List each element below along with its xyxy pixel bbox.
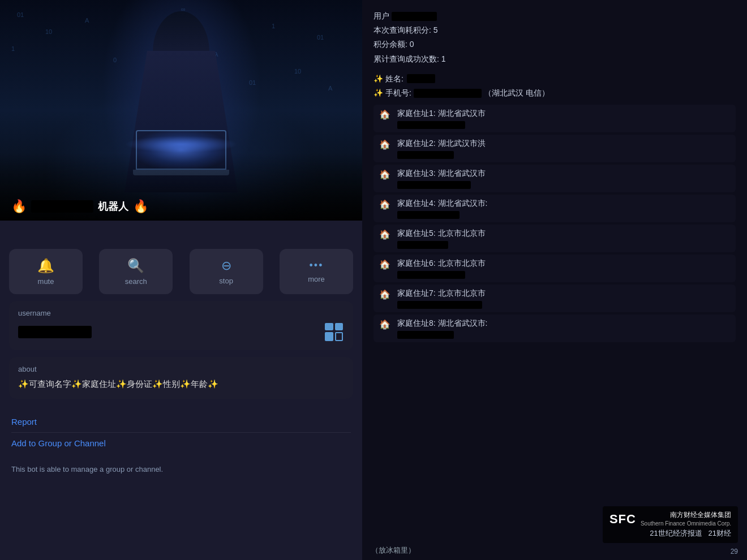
more-button[interactable]: ••• more <box>280 249 353 294</box>
action-buttons-row: 🔔 mute 🔍 search ⊖ stop ••• more <box>0 249 362 294</box>
watermark-bottom: 21世纪经济报道 21财经 <box>609 528 731 539</box>
watermark-sfc: SFC 南方财经全媒体集团 Southern Finance Omnimedia… <box>609 511 731 527</box>
addr-redacted-8 <box>397 331 454 339</box>
more-icon: ••• <box>310 260 324 272</box>
query-info: 用户 本次查询耗积分: 5 积分余额: 0 累计查询成功次数: 1 <box>374 9 736 66</box>
about-text: ✨可查询名字✨家庭住址✨身份证✨性别✨年龄✨ <box>18 378 344 391</box>
addr-content-1: 家庭住址1: 湖北省武汉市 <box>397 108 730 129</box>
search-icon: 🔍 <box>127 258 144 274</box>
score-remain-line: 积分余额: 0 <box>374 37 736 51</box>
addr-text-7: 家庭住址7: 北京市北京市 <box>397 288 486 298</box>
right-panel: 用户 本次查询耗积分: 5 积分余额: 0 累计查询成功次数: 1 ✨ 姓名: … <box>362 0 747 560</box>
addr-content-7: 家庭住址7: 北京市北京市 <box>397 288 730 309</box>
addr-redacted-4 <box>397 211 460 219</box>
addr-redacted-1 <box>397 121 465 129</box>
report-link[interactable]: Report <box>11 411 351 433</box>
brand-name: 21财经 <box>709 529 731 537</box>
user-redacted <box>392 12 437 21</box>
fire-icon-right: 🔥 <box>133 199 148 214</box>
addr-content-3: 家庭住址3: 湖北省武汉市 <box>397 168 730 189</box>
about-section: about ✨可查询名字✨家庭住址✨身份证✨性别✨年龄✨ <box>9 357 353 399</box>
bot-title-area: 🔥 机器人 🔥 <box>11 199 148 214</box>
address-row-8: 🏠 家庭住址8: 湖北省武汉市: <box>374 315 736 342</box>
page-number: 29 <box>731 548 738 555</box>
search-button[interactable]: 🔍 search <box>99 249 173 294</box>
qr-cell-4 <box>335 332 344 342</box>
addr-content-4: 家庭住址4: 湖北省武汉市: <box>397 198 730 219</box>
newspaper-name: 21世纪经济报道 <box>650 529 702 537</box>
glow-effect <box>124 136 238 153</box>
left-panel: 01 10 A 1 0 01 10 1 A ∞ λ 01 🔥 <box>0 0 362 560</box>
house-icon-1: 🏠 <box>379 109 390 120</box>
sfc-en-name: Southern Finance Omnimedia Corp. <box>641 520 731 527</box>
phone-label: ✨ 手机号: <box>374 86 411 100</box>
house-icon-2: 🏠 <box>379 139 390 150</box>
house-icon-3: 🏠 <box>379 169 390 180</box>
query-user-line: 用户 <box>374 9 736 23</box>
qr-cell-3 <box>325 332 333 342</box>
addr-redacted-2 <box>397 151 454 159</box>
addr-content-6: 家庭住址6: 北京市北京市 <box>397 258 730 279</box>
addr-text-5: 家庭住址5: 北京市北京市 <box>397 229 486 238</box>
qr-cell-2 <box>335 323 344 330</box>
address-row-7: 🏠 家庭住址7: 北京市北京市 <box>374 285 736 312</box>
addr-content-5: 家庭住址5: 北京市北京市 <box>397 228 730 249</box>
addr-redacted-6 <box>397 271 465 279</box>
username-label: username <box>18 309 344 317</box>
username-value-redacted <box>18 326 92 338</box>
about-label: about <box>18 365 344 373</box>
phone-redacted <box>414 89 482 98</box>
query-count-line: 累计查询成功次数: 1 <box>374 52 736 66</box>
mute-label: mute <box>38 277 54 286</box>
bot-hero: 01 10 A 1 0 01 10 1 A ∞ λ 01 🔥 <box>0 0 362 221</box>
house-icon-4: 🏠 <box>379 199 390 210</box>
addr-text-2: 家庭住址2: 湖北武汉市洪 <box>397 139 486 148</box>
sfc-cn-name: 南方财经全媒体集团 <box>641 511 731 520</box>
qr-code-icon[interactable] <box>324 322 344 342</box>
addr-content-8: 家庭住址8: 湖北省武汉市: <box>397 318 730 339</box>
link-section: Report Add to Group or Channel <box>0 406 362 459</box>
addr-redacted-3 <box>397 181 471 189</box>
name-redacted <box>407 74 435 83</box>
add-group-link[interactable]: Add to Group or Channel <box>11 433 351 454</box>
address-row-4: 🏠 家庭住址4: 湖北省武汉市: <box>374 195 736 222</box>
bottom-note: （放冰箱里） <box>371 545 415 555</box>
phone-line: ✨ 手机号: （湖北武汉 电信） <box>374 86 736 100</box>
house-icon-8: 🏠 <box>379 319 390 330</box>
addr-redacted-7 <box>397 301 482 309</box>
addr-redacted-5 <box>397 241 448 249</box>
qr-cell-1 <box>325 323 333 330</box>
stop-icon: ⊖ <box>221 259 231 273</box>
sfc-logo: SFC <box>609 512 636 527</box>
watermark-area: SFC 南方财经全媒体集团 Southern Finance Omnimedia… <box>603 506 738 543</box>
addr-content-2: 家庭住址2: 湖北武汉市洪 <box>397 138 730 159</box>
search-label: search <box>125 277 147 286</box>
house-icon-7: 🏠 <box>379 289 390 300</box>
bot-name-suffix: 机器人 <box>98 200 128 213</box>
stop-label: stop <box>219 277 233 285</box>
bot-note: This bot is able to manage a group or ch… <box>0 459 362 479</box>
address-row-2: 🏠 家庭住址2: 湖北武汉市洪 <box>374 135 736 162</box>
address-row-5: 🏠 家庭住址5: 北京市北京市 <box>374 225 736 252</box>
addr-text-8: 家庭住址8: 湖北省武汉市: <box>397 318 487 328</box>
addr-text-3: 家庭住址3: 湖北省武汉市 <box>397 169 486 178</box>
house-icon-5: 🏠 <box>379 229 390 240</box>
address-row-3: 🏠 家庭住址3: 湖北省武汉市 <box>374 165 736 192</box>
fire-icon-left: 🔥 <box>11 199 27 214</box>
mute-button[interactable]: 🔔 mute <box>9 249 83 294</box>
username-section: username <box>9 301 353 350</box>
results-list: 🏠 家庭住址1: 湖北省武汉市 🏠 家庭住址2: 湖北武汉市洪 🏠 家庭住址3:… <box>374 105 736 342</box>
name-label: ✨ 姓名: <box>374 72 403 86</box>
query-label: 用户 <box>374 11 389 20</box>
stop-button[interactable]: ⊖ stop <box>190 249 263 294</box>
mute-icon: 🔔 <box>37 258 54 274</box>
address-row-6: 🏠 家庭住址6: 北京市北京市 <box>374 255 736 282</box>
address-row-1: 🏠 家庭住址1: 湖北省武汉市 <box>374 105 736 132</box>
phone-suffix: （湖北武汉 电信） <box>484 86 549 100</box>
addr-text-1: 家庭住址1: 湖北省武汉市 <box>397 109 486 118</box>
house-icon-6: 🏠 <box>379 259 390 270</box>
score-cost-line: 本次查询耗积分: 5 <box>374 23 736 37</box>
sfc-company-name: 南方财经全媒体集团 Southern Finance Omnimedia Cor… <box>641 511 731 527</box>
more-label: more <box>308 275 325 283</box>
addr-text-6: 家庭住址6: 北京市北京市 <box>397 259 486 268</box>
